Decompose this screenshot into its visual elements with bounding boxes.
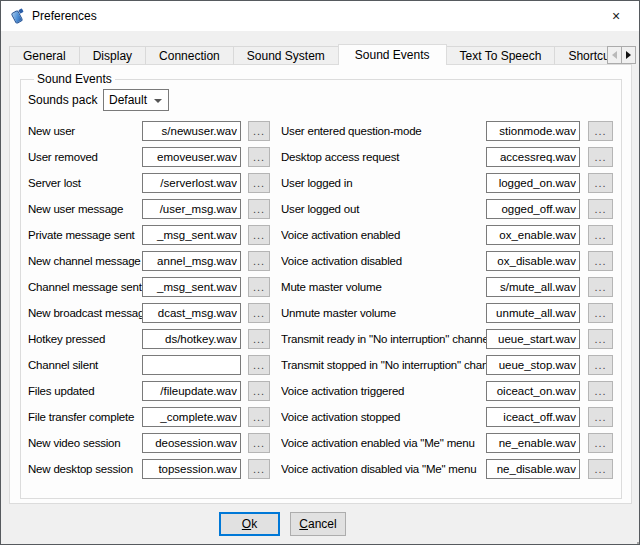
browse-button[interactable]: ...	[588, 355, 613, 375]
sound-file-input[interactable]	[486, 277, 580, 297]
close-icon[interactable]: ×	[593, 1, 639, 31]
sound-event-row: New channel message...Voice activation d…	[28, 248, 615, 274]
sound-event-row: Private message sent...Voice activation …	[28, 222, 615, 248]
sound-file-input[interactable]	[142, 199, 241, 219]
sound-event-row: Server lost...User logged in...	[28, 170, 615, 196]
sound-file-input[interactable]	[142, 459, 241, 479]
sound-event-label: File transfer complete	[28, 411, 142, 423]
sound-event-label: New video session	[28, 437, 142, 449]
sound-file-input[interactable]	[486, 433, 580, 453]
sounds-pack-dropdown[interactable]: Default	[103, 89, 169, 111]
sound-file-input[interactable]	[486, 225, 580, 245]
browse-button[interactable]: ...	[248, 329, 270, 349]
browse-button[interactable]: ...	[588, 381, 613, 401]
browse-button[interactable]: ...	[248, 225, 270, 245]
sound-file-input[interactable]	[486, 381, 580, 401]
sounds-pack-row: Sounds pack Default	[28, 89, 615, 111]
sound-event-label: Channel silent	[28, 359, 142, 371]
sound-file-input[interactable]	[142, 433, 241, 453]
sound-event-label: User logged in	[281, 177, 486, 189]
sound-event-row: User removed...Desktop access request...	[28, 144, 615, 170]
sound-event-label: New desktop session	[28, 463, 142, 475]
groupbox-title: Sound Events	[34, 72, 115, 86]
browse-button[interactable]: ...	[248, 173, 270, 193]
browse-button[interactable]: ...	[588, 251, 613, 271]
sound-file-input[interactable]	[142, 173, 241, 193]
sound-file-input[interactable]	[486, 355, 580, 375]
sound-event-label: New channel message	[28, 255, 142, 267]
browse-button[interactable]: ...	[248, 251, 270, 271]
sound-event-row: Files updated...Voice activation trigger…	[28, 378, 615, 404]
sound-file-input[interactable]	[142, 251, 241, 271]
resize-grip[interactable]	[633, 538, 635, 540]
sound-file-input[interactable]	[142, 355, 241, 375]
sound-event-label: Voice activation enabled	[281, 229, 486, 241]
sound-file-input[interactable]	[486, 147, 580, 167]
browse-button[interactable]: ...	[248, 381, 270, 401]
browse-button[interactable]: ...	[248, 303, 270, 323]
browse-button[interactable]: ...	[248, 433, 270, 453]
sound-file-input[interactable]	[486, 121, 580, 141]
sound-event-row: New video session...Voice activation ena…	[28, 430, 615, 456]
sound-event-rows: New user...User entered question-mode...…	[28, 118, 615, 482]
sound-event-label: Private message sent	[28, 229, 142, 241]
browse-button[interactable]: ...	[588, 407, 613, 427]
browse-button[interactable]: ...	[588, 199, 613, 219]
sound-file-input[interactable]	[486, 407, 580, 427]
browse-button[interactable]: ...	[248, 407, 270, 427]
sound-event-label: Transmit ready in "No interruption" chan…	[281, 333, 486, 345]
sound-file-input[interactable]	[142, 147, 241, 167]
ok-button[interactable]: Ok	[219, 512, 280, 536]
sound-event-row: File transfer complete...Voice activatio…	[28, 404, 615, 430]
sound-event-label: Hotkey pressed	[28, 333, 142, 345]
sound-event-label: Voice activation disabled	[281, 255, 486, 267]
sound-file-input[interactable]	[142, 121, 241, 141]
sound-event-label: Voice activation stopped	[281, 411, 486, 423]
sound-event-label: User removed	[28, 151, 142, 163]
browse-button[interactable]: ...	[248, 277, 270, 297]
tab-scroll-left-button[interactable]	[607, 46, 622, 64]
browse-button[interactable]: ...	[588, 459, 613, 479]
tab-text-to-speech[interactable]: Text To Speech	[446, 46, 556, 65]
arrow-left-icon	[612, 51, 617, 59]
browse-button[interactable]: ...	[588, 329, 613, 349]
sound-file-input[interactable]	[142, 381, 241, 401]
browse-button[interactable]: ...	[588, 121, 613, 141]
sound-file-input[interactable]	[486, 459, 580, 479]
sound-file-input[interactable]	[142, 303, 241, 323]
sound-file-input[interactable]	[142, 225, 241, 245]
sound-file-input[interactable]	[486, 173, 580, 193]
sound-file-input[interactable]	[142, 277, 241, 297]
sound-file-input[interactable]	[486, 251, 580, 271]
sound-file-input[interactable]	[486, 199, 580, 219]
browse-button[interactable]: ...	[248, 459, 270, 479]
sound-event-label: User logged out	[281, 203, 486, 215]
sound-file-input[interactable]	[486, 303, 580, 323]
sound-event-label: New user	[28, 125, 142, 137]
tab-scroll-right-button[interactable]	[621, 46, 636, 64]
browse-button[interactable]: ...	[248, 355, 270, 375]
browse-button[interactable]: ...	[248, 199, 270, 219]
sound-file-input[interactable]	[142, 407, 241, 427]
sound-event-row: Channel message sent...Mute master volum…	[28, 274, 615, 300]
cancel-button[interactable]: Cancel	[290, 512, 346, 536]
sound-file-input[interactable]	[486, 329, 580, 349]
browse-button[interactable]: ...	[588, 433, 613, 453]
browse-button[interactable]: ...	[248, 147, 270, 167]
sound-file-input[interactable]	[142, 329, 241, 349]
app-icon	[10, 8, 26, 24]
tab-connection[interactable]: Connection	[145, 46, 234, 65]
tab-general[interactable]: General	[9, 46, 80, 65]
sound-event-label: Desktop access request	[281, 151, 486, 163]
browse-button[interactable]: ...	[588, 225, 613, 245]
tab-display[interactable]: Display	[79, 46, 146, 65]
browse-button[interactable]: ...	[588, 277, 613, 297]
sound-event-label: Voice activation triggered	[281, 385, 486, 397]
browse-button[interactable]: ...	[248, 121, 270, 141]
tab-scroll-buttons	[607, 46, 636, 64]
browse-button[interactable]: ...	[588, 173, 613, 193]
browse-button[interactable]: ...	[588, 147, 613, 167]
tab-sound-system[interactable]: Sound System	[233, 46, 339, 65]
browse-button[interactable]: ...	[588, 303, 613, 323]
tab-sound-events[interactable]: Sound Events	[338, 44, 447, 65]
